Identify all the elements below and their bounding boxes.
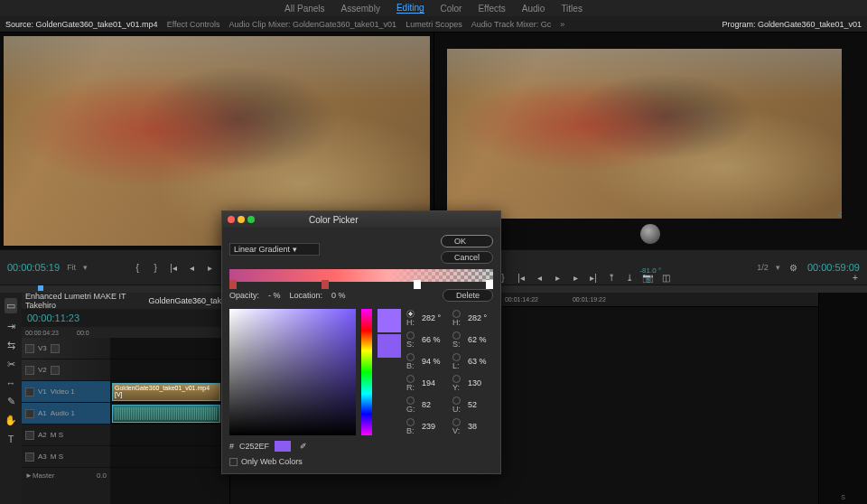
- lock-icon[interactable]: [25, 453, 34, 462]
- vr-orientation-knob[interactable]: [640, 224, 660, 244]
- track-lanes[interactable]: GoldenGate360_take01_v01.mp4 [V]: [110, 338, 229, 504]
- tab-lumetri-seq[interactable]: Enhanced Lumetri MAKE IT Takehiro: [25, 292, 143, 310]
- delete-stop-button[interactable]: Delete: [443, 289, 493, 302]
- meter-solo-left[interactable]: S: [823, 494, 863, 500]
- gradient-type-dropdown[interactable]: Linear Gradient ▾: [229, 243, 320, 256]
- type-tool-icon[interactable]: T: [8, 434, 14, 444]
- tab-audio-track-mixer[interactable]: Audio Track Mixer: Gc: [471, 20, 552, 29]
- export-frame-button[interactable]: 📷: [641, 272, 654, 283]
- hue-slider[interactable]: [361, 309, 372, 435]
- tab-audio-clip-mixer[interactable]: Audio Clip Mixer: GoldenGate360_take01_v…: [229, 20, 397, 29]
- gradient-stop[interactable]: [486, 280, 493, 289]
- zoom-icon[interactable]: [247, 216, 255, 223]
- val-s2[interactable]: 62 %: [468, 335, 493, 344]
- go-to-in-button[interactable]: |◂: [167, 262, 180, 273]
- source-timecode[interactable]: 00:00:05:19: [7, 262, 60, 273]
- current-color-swatch[interactable]: [378, 334, 401, 358]
- step-back-button[interactable]: ◂: [533, 272, 545, 283]
- radio-b[interactable]: [406, 353, 415, 361]
- mark-in-button[interactable]: {: [131, 262, 144, 273]
- track-header-v2[interactable]: V2: [22, 359, 110, 381]
- val-s[interactable]: 66 %: [422, 335, 447, 344]
- program-video-frame[interactable]: -3.4 °: [447, 49, 843, 219]
- plus-icon[interactable]: +: [849, 272, 862, 283]
- lock-icon[interactable]: [25, 409, 34, 418]
- val-h2[interactable]: 282 °: [468, 313, 493, 322]
- gradient-bar[interactable]: [229, 269, 493, 282]
- lane-v2[interactable]: [110, 359, 229, 381]
- lane-a1[interactable]: [110, 403, 229, 425]
- ws-all-panels[interactable]: All Panels: [284, 4, 324, 14]
- track-header-a2[interactable]: A2 M S: [22, 425, 110, 446]
- opacity-value[interactable]: - %: [268, 291, 281, 300]
- play-button[interactable]: ▸: [551, 272, 564, 283]
- lane-v3[interactable]: [110, 338, 229, 359]
- val-r[interactable]: 194: [422, 378, 447, 387]
- lane-a2[interactable]: [110, 425, 229, 446]
- val-h[interactable]: 282 °: [422, 313, 447, 322]
- play-button[interactable]: ▸: [203, 262, 216, 273]
- val-y[interactable]: 130: [468, 378, 493, 387]
- hand-tool-icon[interactable]: ✋: [5, 415, 17, 426]
- gradient-stop[interactable]: [229, 280, 237, 289]
- track-header-a1[interactable]: A1 Audio 1: [22, 403, 110, 425]
- lane-a3[interactable]: [110, 446, 229, 468]
- radio-l[interactable]: [452, 353, 461, 361]
- radio-r[interactable]: [406, 375, 415, 383]
- step-back-button[interactable]: ◂: [185, 262, 198, 273]
- radio-s[interactable]: [406, 331, 415, 340]
- ok-button[interactable]: OK: [441, 235, 493, 247]
- slip-tool-icon[interactable]: ↔: [6, 378, 16, 388]
- gradient-stop[interactable]: [414, 280, 421, 289]
- radio-u[interactable]: [452, 397, 461, 405]
- val-v[interactable]: 38: [468, 422, 493, 431]
- go-next-button[interactable]: ▸|: [587, 272, 600, 283]
- tab-source[interactable]: Source: GoldenGate360_take01_v01.mp4: [5, 20, 158, 29]
- lock-icon[interactable]: [25, 344, 34, 353]
- video-clip[interactable]: GoldenGate360_take01_v01.mp4 [V]: [112, 383, 220, 401]
- radio-h2[interactable]: [452, 310, 461, 318]
- lock-icon[interactable]: [25, 366, 34, 375]
- val-u[interactable]: 52: [468, 400, 493, 409]
- source-fit-dropdown[interactable]: Fit: [67, 263, 76, 272]
- ws-assembly[interactable]: Assembly: [341, 4, 380, 14]
- dialog-titlebar[interactable]: Color Picker: [222, 211, 500, 228]
- sequence-time-ruler[interactable]: 00:00:04:23 00:0: [22, 327, 229, 338]
- track-header-v1[interactable]: V1 Video 1: [22, 381, 110, 403]
- tab-lumetri-scopes[interactable]: Lumetri Scopes: [406, 20, 462, 29]
- track-header-v3[interactable]: V3: [22, 338, 110, 359]
- eye-icon[interactable]: [51, 344, 60, 353]
- ws-audio[interactable]: Audio: [522, 4, 545, 14]
- lane-v1[interactable]: GoldenGate360_take01_v01.mp4 [V]: [110, 381, 229, 403]
- radio-b2[interactable]: [406, 418, 415, 426]
- tab-active-seq[interactable]: GoldenGate360_take: [148, 296, 226, 305]
- mark-out-button[interactable]: }: [149, 262, 162, 273]
- val-b[interactable]: 94 %: [422, 357, 447, 366]
- radio-g[interactable]: [406, 397, 415, 405]
- sequence-timecode[interactable]: 00:00:11:23: [22, 309, 229, 327]
- go-prev-button[interactable]: |◂: [515, 272, 527, 283]
- val-g[interactable]: 82: [422, 400, 447, 409]
- val-b2[interactable]: 239: [422, 422, 447, 431]
- lock-icon[interactable]: [25, 431, 34, 440]
- location-value[interactable]: 0 %: [331, 291, 346, 300]
- tab-program[interactable]: Program: GoldenGate360_take01_v01: [722, 20, 862, 29]
- radio-v[interactable]: [452, 418, 461, 426]
- radio-y[interactable]: [452, 375, 461, 383]
- eye-icon[interactable]: [51, 366, 60, 375]
- radio-h[interactable]: [406, 310, 415, 318]
- ws-editing[interactable]: Editing: [396, 3, 424, 14]
- cancel-button[interactable]: Cancel: [441, 251, 493, 264]
- track-header-master[interactable]: ► Master 0.0: [22, 468, 110, 482]
- tab-overflow-icon[interactable]: »: [560, 20, 564, 29]
- audio-clip[interactable]: [112, 405, 220, 423]
- ws-titles[interactable]: Titles: [561, 4, 583, 14]
- tab-effect-controls[interactable]: Effect Controls: [167, 20, 220, 29]
- radio-s2[interactable]: [452, 331, 461, 340]
- new-color-swatch[interactable]: [378, 309, 401, 332]
- track-header-a3[interactable]: A3 M S: [22, 446, 110, 468]
- chevron-down-icon[interactable]: ▾: [83, 263, 88, 272]
- close-icon[interactable]: [228, 216, 235, 223]
- extract-button[interactable]: ⤓: [623, 272, 636, 283]
- comparison-view-button[interactable]: ◫: [659, 272, 672, 283]
